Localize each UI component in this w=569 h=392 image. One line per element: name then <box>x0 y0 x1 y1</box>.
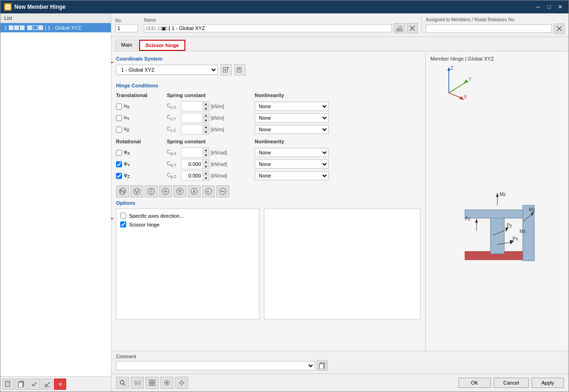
bottom-left-tools: 0.0 <box>116 377 188 389</box>
check2-button[interactable] <box>41 379 53 390</box>
coord-new-button[interactable] <box>220 64 232 75</box>
close-name-button[interactable] <box>407 23 418 33</box>
phiz-checkbox[interactable] <box>116 173 122 179</box>
uz-unit: [kN/m] <box>211 127 224 132</box>
assigned-close-button[interactable] <box>554 24 565 34</box>
scissor-hinge-checkbox[interactable] <box>120 221 126 227</box>
uy-checkbox[interactable] <box>116 115 122 121</box>
phix-nonlin-select[interactable]: None <box>255 148 329 157</box>
toolbar-Myz-button[interactable]: M <box>202 185 215 197</box>
phiz-nonlin-cell: None <box>255 171 421 180</box>
tab-scissor[interactable]: Scissor hinge <box>139 40 185 51</box>
hinge-headers: Translational Spring constant Nonlineari… <box>116 91 421 99</box>
coord-edit-button[interactable] <box>234 64 245 75</box>
uy-nonlin-select[interactable]: None <box>255 113 329 122</box>
svg-rect-5 <box>18 382 23 387</box>
toolbar-Vz-button[interactable] <box>145 185 158 197</box>
uz-increment[interactable]: ▲ <box>202 125 209 129</box>
render-button[interactable] <box>160 377 173 389</box>
copy-button[interactable] <box>15 379 27 390</box>
number-button[interactable]: 0.0 <box>131 377 144 389</box>
window-controls: ─ □ ✕ <box>533 2 565 12</box>
toolbar-Mz-button[interactable] <box>188 185 201 197</box>
assigned-input[interactable] <box>426 24 552 33</box>
phiz-spin-buttons: ▲ ▼ <box>202 171 209 180</box>
uz-decrement[interactable]: ▼ <box>202 129 209 134</box>
settings-button[interactable] <box>175 377 188 389</box>
coord-select[interactable]: 1 - Global XYZ 2 - Local XYZ <box>116 65 218 75</box>
uz-nonlin-select[interactable]: None <box>255 125 329 134</box>
uy-decrement[interactable]: ▼ <box>202 118 209 122</box>
svg-line-18 <box>227 67 229 68</box>
phix-decrement[interactable]: ▼ <box>202 153 209 157</box>
ok-button[interactable]: OK <box>459 378 491 388</box>
uy-increment[interactable]: ▲ <box>202 113 209 118</box>
delete-button[interactable]: ✕ <box>54 379 66 390</box>
cancel-button[interactable]: Cancel <box>494 378 529 388</box>
comment-select[interactable] <box>116 361 315 370</box>
toolbar-tilde-button[interactable] <box>216 185 229 197</box>
minimize-button[interactable]: ─ <box>533 2 543 12</box>
ux-nonlin-select[interactable]: None <box>255 102 329 111</box>
uz-checkbox[interactable] <box>116 127 122 133</box>
phiy-value[interactable] <box>182 160 202 168</box>
phiy-nonlin-select[interactable]: None <box>255 159 329 169</box>
arrow-options <box>111 214 114 223</box>
ux-spring-cell: Cu,X ▲ ▼ [kN/m] <box>167 101 255 111</box>
toolbar-My-button[interactable] <box>173 185 186 197</box>
comment-section: Comment <box>111 351 569 374</box>
phiz-decrement[interactable]: ▼ <box>202 176 209 180</box>
arrow-coord <box>111 58 114 67</box>
svg-text:Y: Y <box>468 76 472 82</box>
uz-spin: ▲ ▼ <box>181 124 209 135</box>
grid-button[interactable] <box>146 377 159 389</box>
toolbar-Vv-button[interactable] <box>130 185 143 197</box>
phiz-nonlin-select[interactable]: None <box>255 171 329 180</box>
phiz-increment[interactable]: ▲ <box>202 171 209 176</box>
phiy-label: φY <box>124 160 130 167</box>
phiz-spring-sym: Cφ,Z <box>167 172 180 179</box>
phiy-decrement[interactable]: ▼ <box>202 164 209 169</box>
ux-decrement[interactable]: ▼ <box>202 106 209 111</box>
toolbar-VVz-button[interactable] <box>159 185 172 197</box>
sq-icon-4 <box>27 25 32 30</box>
close-button[interactable]: ✕ <box>556 2 565 12</box>
uz-value[interactable] <box>182 126 202 133</box>
tabs-row: Main Scissor hinge <box>111 37 569 51</box>
name-input[interactable] <box>144 24 392 32</box>
phiz-value[interactable] <box>182 172 202 179</box>
uy-value[interactable] <box>182 114 202 122</box>
comment-copy-button[interactable] <box>317 361 328 371</box>
svg-text:Py: Py <box>507 223 512 228</box>
spacer <box>25 25 26 30</box>
ux-increment[interactable]: ▲ <box>202 102 209 106</box>
toolbar-N-button[interactable] <box>116 185 129 197</box>
phix-nonlin-cell: None <box>255 148 421 157</box>
search-button[interactable] <box>116 377 129 389</box>
ux-spring-sym: Cu,X <box>167 103 180 110</box>
edit-name-button[interactable] <box>394 23 405 33</box>
new-item-button[interactable] <box>2 379 14 390</box>
phiy-checkbox[interactable] <box>116 161 122 167</box>
ux-checkbox[interactable] <box>116 104 122 110</box>
check1-button[interactable] <box>28 379 40 390</box>
assigned-panel-top: Assigned to Members / Nodal Releases No. <box>422 16 565 34</box>
phiy-spring-sym: Cφ,Y <box>167 161 180 167</box>
name-section: Name <box>144 17 418 33</box>
nonlin-header-trans: Nonlinearity <box>255 91 347 99</box>
options-outer: Options Specific axes direction... Sciss… <box>116 200 421 319</box>
svg-text:My: My <box>529 207 535 212</box>
phix-value[interactable] <box>182 149 202 156</box>
no-input[interactable] <box>115 24 138 32</box>
phix-increment[interactable]: ▲ <box>202 148 209 153</box>
phiy-increment[interactable]: ▲ <box>202 159 209 164</box>
specific-axes-checkbox[interactable] <box>120 213 126 219</box>
svg-text:M: M <box>207 190 209 193</box>
phix-checkbox[interactable] <box>116 150 122 156</box>
list-item[interactable]: 1 | 1 - Global XYZ <box>0 23 111 32</box>
tab-main[interactable]: Main <box>115 40 138 51</box>
maximize-button[interactable]: □ <box>545 2 554 12</box>
ux-value[interactable] <box>182 103 202 110</box>
uy-spin-buttons: ▲ ▼ <box>202 113 209 122</box>
apply-button[interactable]: Apply <box>532 378 564 388</box>
